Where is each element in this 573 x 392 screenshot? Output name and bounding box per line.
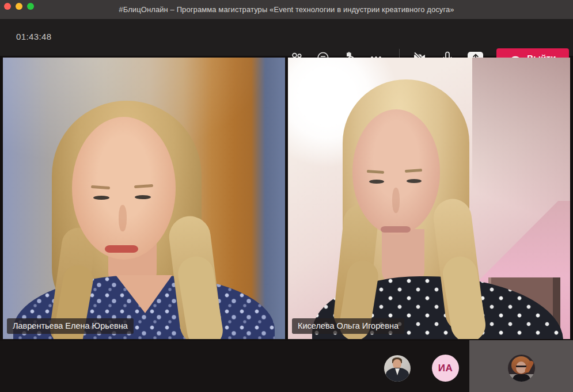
- person-eye: [93, 196, 109, 200]
- avatar-face: [516, 361, 526, 374]
- traffic-lights: [4, 3, 34, 10]
- avatar-glasses: [516, 366, 526, 367]
- participant-video-thumbnail-tile[interactable]: [469, 340, 573, 392]
- participant-name-label: Лаврентьева Елена Юрьевна: [7, 318, 134, 334]
- zoom-window-button[interactable]: [27, 3, 34, 10]
- titlebar: #БлицОнлайн – Программа магистратуры «Ev…: [0, 0, 573, 19]
- participant-avatar-initials[interactable]: ИА: [432, 355, 459, 382]
- person-face: [352, 109, 440, 235]
- person-face: [72, 117, 176, 260]
- close-window-button[interactable]: [4, 3, 11, 10]
- webcam-video: [288, 58, 570, 339]
- avatar-top: [513, 374, 530, 382]
- person-nose: [119, 205, 127, 231]
- person-eye: [369, 180, 384, 184]
- avatar-initials-text: ИА: [438, 363, 453, 374]
- webcam-video: [3, 58, 285, 339]
- person-lips: [105, 245, 138, 253]
- video-tile-lavrentyeva[interactable]: Лаврентьева Елена Юрьевна: [3, 58, 285, 339]
- teams-meeting-window: #БлицОнлайн – Программа магистратуры «Ev…: [0, 0, 573, 392]
- minimize-window-button[interactable]: [16, 3, 22, 10]
- person-nose: [392, 188, 400, 213]
- person-eye: [135, 195, 151, 199]
- participants-strip: ИА: [0, 341, 573, 392]
- person-eye: [407, 179, 422, 183]
- participant-name-label: Киселева Ольга Игоревна: [292, 318, 404, 334]
- participant-avatar-photo[interactable]: [384, 355, 411, 382]
- person-lips: [381, 226, 411, 233]
- call-timer: 01:43:48: [16, 32, 52, 41]
- call-toolbar: 01:43:48: [0, 19, 573, 56]
- participant-avatar-video: [508, 355, 535, 382]
- window-title: #БлицОнлайн – Программа магистратуры «Ev…: [0, 5, 573, 14]
- video-tile-kiseleva[interactable]: Киселева Ольга Игоревна: [288, 58, 570, 339]
